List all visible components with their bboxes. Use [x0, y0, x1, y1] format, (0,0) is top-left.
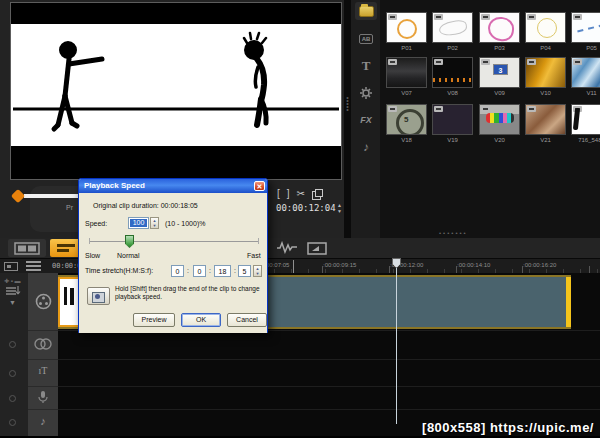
library-panel: AB T FX ♪ P01 P02 P03 P04 P05: [351, 0, 600, 240]
speed-input[interactable]: 100: [128, 217, 149, 229]
fast-label: Fast: [247, 252, 261, 259]
mark-in-icon[interactable]: [: [277, 188, 280, 199]
library-item[interactable]: V21: [525, 104, 566, 143]
clip-duration-label: Original clip duration: 00:00:18:05: [93, 202, 198, 209]
library-item[interactable]: P03: [479, 12, 520, 51]
library-item[interactable]: 3 V09: [479, 57, 520, 96]
clip-badge-icon: [481, 59, 490, 65]
storyboard-view-button[interactable]: [8, 239, 46, 257]
clip-badge-icon: [573, 59, 582, 65]
track-swap-icon[interactable]: [5, 285, 21, 297]
clip-badge-icon: [573, 14, 582, 20]
library-item[interactable]: V11: [571, 57, 600, 96]
clip-badge-icon: [434, 106, 443, 112]
audio-icon[interactable]: ♪: [355, 138, 377, 156]
speed-slider-handle[interactable]: [125, 235, 134, 248]
clip-badge-icon: [573, 106, 582, 112]
stretch-seconds-field[interactable]: 18: [214, 265, 231, 277]
dialog-body: Original clip duration: 00:00:18:05 Spee…: [79, 193, 267, 333]
library-item[interactable]: V20: [479, 104, 520, 143]
transition-icon[interactable]: AB: [355, 30, 377, 48]
stretch-frames-field[interactable]: 5: [238, 265, 251, 277]
clip-trim-handle[interactable]: [566, 277, 571, 327]
speed-label: Speed:: [85, 220, 107, 227]
video-editor-window: Pr [ ] ✂ 00:00:12:04 ▲▼ ••••• AB T FX ♪ …: [0, 0, 600, 438]
clip-badge-icon: [481, 14, 490, 20]
filter-icon[interactable]: FX: [355, 111, 377, 129]
timecode-spinner[interactable]: ▲▼: [336, 202, 343, 214]
slow-label: Slow: [85, 252, 100, 259]
shift-drag-hint-icon: [87, 287, 110, 305]
stretch-spinner[interactable]: ▲▼: [253, 265, 262, 277]
clip-badge-icon: [527, 59, 536, 65]
timeline-view-button[interactable]: [50, 239, 81, 257]
clip-thumbnail: [58, 277, 80, 327]
library-item[interactable]: P04: [525, 12, 566, 51]
overlay-track-enable-icon[interactable]: [9, 341, 16, 348]
video-track-icon[interactable]: [28, 293, 58, 310]
speed-spinner[interactable]: ▲▼: [150, 217, 159, 229]
clip-badge-icon: [388, 106, 397, 112]
clip-badge-icon: [388, 14, 397, 20]
library-item[interactable]: V08: [432, 57, 473, 96]
library-grid: P01 P02 P03 P04 P05 V07 V08 3 V09: [380, 0, 600, 240]
stretch-minutes-field[interactable]: 0: [193, 265, 206, 277]
time-stretch-label: Time stretch(H:M:S:f):: [85, 267, 153, 274]
watermark: [800x558] https://upic.me/: [422, 420, 594, 435]
music-track-icon[interactable]: ♪: [28, 415, 58, 427]
hint-text: Hold [Shift] then drag the end of the cl…: [115, 285, 265, 301]
dialog-titlebar[interactable]: Playback Speed: [79, 179, 267, 193]
library-item[interactable]: P05: [571, 12, 600, 51]
speed-range-label: (10 - 1000)%: [165, 220, 205, 227]
title-track-enable-icon[interactable]: [9, 370, 16, 377]
track-list-icon[interactable]: [26, 261, 41, 271]
cancel-button[interactable]: Cancel: [227, 313, 267, 327]
playhead-line[interactable]: [396, 258, 397, 424]
playback-speed-dialog: Playback Speed ✕ Original clip duration:…: [78, 178, 268, 333]
overlay-track-icon[interactable]: [28, 337, 58, 351]
graphic-icon[interactable]: [355, 84, 377, 102]
voice-track-icon[interactable]: [28, 390, 58, 404]
title-track-icon[interactable]: ıT: [28, 365, 58, 376]
library-item[interactable]: 716_5485: [571, 104, 600, 143]
library-item[interactable]: V10: [525, 57, 566, 96]
video-preview: [10, 2, 342, 180]
instant-project-icon[interactable]: [307, 242, 331, 255]
title-icon[interactable]: T: [355, 57, 377, 75]
preview-timecode[interactable]: 00:00:12:04: [276, 203, 336, 213]
library-pager-dots[interactable]: •••••••: [439, 230, 468, 236]
project-mode-label: Pr: [66, 204, 73, 211]
dialog-close-icon[interactable]: ✕: [254, 181, 265, 191]
voice-track-enable-icon[interactable]: [9, 395, 16, 402]
panel-divider[interactable]: •••••: [344, 0, 351, 238]
ok-button[interactable]: OK: [181, 313, 221, 327]
library-item[interactable]: P01: [386, 12, 427, 51]
library-item[interactable]: V19: [432, 104, 473, 143]
track-options-column: ✚ ▪ ▬ ▼: [0, 273, 28, 436]
preview-button[interactable]: Preview: [133, 313, 175, 327]
clip-badge-icon: [434, 59, 443, 65]
media-icon[interactable]: [355, 2, 377, 20]
track-manager-icon[interactable]: [4, 262, 18, 271]
enlarge-preview-icon[interactable]: [312, 189, 321, 198]
library-item[interactable]: P02: [432, 12, 473, 51]
sound-mixer-icon[interactable]: [276, 241, 298, 254]
library-item[interactable]: 5 V18: [386, 104, 427, 143]
track-zoom-icons[interactable]: ✚ ▪ ▬: [4, 277, 21, 284]
stick-figures-frame: [11, 3, 341, 179]
library-sidebar: AB T FX ♪: [351, 0, 380, 240]
split-clip-icon[interactable]: ✂: [297, 188, 305, 199]
mark-out-icon[interactable]: ]: [287, 188, 290, 199]
normal-label: Normal: [117, 252, 140, 259]
scrubber-handle[interactable]: [11, 189, 25, 203]
clip-badge-icon: [527, 14, 536, 20]
speed-slider[interactable]: [89, 241, 259, 242]
clip-badge-icon: [527, 106, 536, 112]
track-header-column: ıT ♪: [28, 273, 58, 436]
library-item[interactable]: V07: [386, 57, 427, 96]
clip-badge-icon: [481, 106, 490, 112]
clip-badge-icon: [388, 59, 397, 65]
music-track-enable-icon[interactable]: [9, 419, 16, 426]
stretch-hours-field[interactable]: 0: [171, 265, 184, 277]
track-collapse-icon[interactable]: ▼: [9, 299, 16, 306]
